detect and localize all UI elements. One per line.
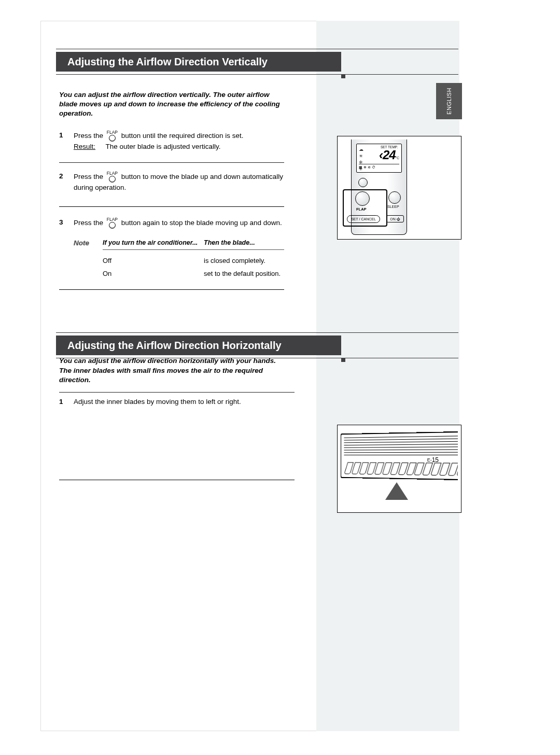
ac-unit-figure [337, 425, 461, 513]
pointer-arrow-icon [385, 482, 408, 500]
page-number: E-15 [427, 456, 439, 464]
section1-step-2: 2 Press the FLAP button to move the blad… [59, 163, 284, 207]
flap-button-icon: FLAP [107, 130, 118, 142]
section1-intro: You can adjust the airflow direction ver… [59, 90, 284, 119]
remote-figure: ☁☀❄✳ SET TEMP. ‹24°C ▦ ❄ ≋ ⏱ FLAP SLEEP … [337, 136, 461, 240]
section1-step-3: 3 Press the FLAP button again to stop th… [59, 207, 284, 234]
section1-title: Adjusting the Airflow Direction Vertical… [67, 56, 268, 68]
section1-note: Note If you turn the air conditioner... … [59, 234, 284, 290]
section2-intro: You can adjust the airflow direction hor… [59, 356, 295, 385]
section2-step-1: 1 Adjust the inner blades by moving them… [59, 392, 295, 480]
flap-button-icon: FLAP [107, 217, 118, 229]
section2-title: Adjusting the Airflow Direction Horizont… [67, 340, 282, 352]
flap-button-icon: FLAP [107, 171, 118, 183]
remote-flap-button [355, 191, 370, 206]
section1-step-1: 1 Press the FLAP button until the requir… [59, 126, 284, 163]
language-tab: ENGLISH [436, 83, 462, 119]
